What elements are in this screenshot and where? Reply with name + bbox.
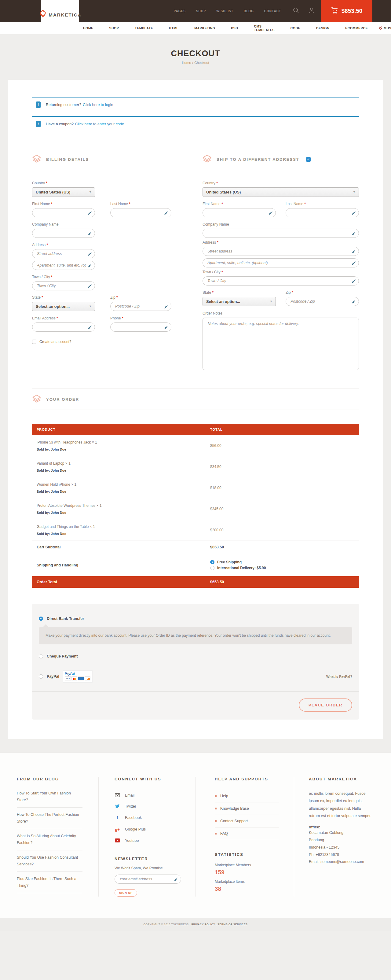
help-link[interactable]: Help — [215, 790, 279, 802]
billing-state-select[interactable]: Select an option... ▼ — [32, 302, 95, 311]
address-line: Kecamatan Coblong — [309, 829, 373, 837]
social-email-link[interactable]: Email — [114, 790, 186, 801]
subnav-shop[interactable]: SHOP — [102, 26, 127, 30]
privacy-policy-link[interactable]: PRIVACY POLICY . — [191, 923, 217, 926]
product-name[interactable]: Variant of Laptop × 1 — [37, 461, 210, 466]
top-nav-wishlist[interactable]: WISHLIST — [216, 10, 234, 13]
cart-button[interactable]: $653.50 — [321, 0, 372, 22]
product-total: $200.00 — [210, 528, 354, 532]
page-header: CHECKOUT Home › Checkout — [0, 34, 391, 80]
intl-delivery-option[interactable]: International Delivery: $5.90 — [210, 566, 354, 570]
order-row: iPhone 5s with Headphones Jack × 1 Sold … — [32, 435, 359, 456]
radio-selected-icon[interactable] — [39, 617, 43, 621]
newsletter-title: NEWSLETTER — [114, 856, 186, 861]
billing-town-input[interactable] — [32, 282, 95, 290]
shipping-zip-input[interactable] — [286, 297, 359, 305]
pen-icon — [87, 264, 92, 269]
billing-last-name-input[interactable] — [111, 208, 171, 217]
help-link[interactable]: Contact Support — [215, 815, 279, 827]
search-icon[interactable] — [292, 7, 299, 15]
place-order-button[interactable]: PLACE ORDER — [299, 698, 352, 712]
billing-section: BILLING DETAILS Country United States (U… — [32, 150, 172, 371]
shipping-street-input[interactable] — [203, 247, 359, 256]
newsletter-email-input[interactable] — [115, 875, 181, 883]
order-table-header: PRODUCT TOTAL — [32, 424, 359, 435]
subnav-psd[interactable]: PSD — [223, 26, 246, 30]
order-notes-textarea[interactable] — [202, 318, 359, 370]
social-facebook-link[interactable]: f Facebook — [114, 812, 186, 824]
address-line: Bandung. — [309, 837, 373, 844]
shipping-state-select[interactable]: Select an option... ▼ — [202, 297, 276, 306]
brand-logo[interactable]: MARKETICA — [41, 0, 79, 29]
shipping-apartment-input[interactable] — [203, 259, 359, 267]
billing-street-input[interactable] — [32, 250, 95, 258]
user-icon[interactable] — [308, 7, 315, 15]
bank-transfer-option[interactable]: Direct Bank Transfer — [39, 615, 352, 623]
top-nav-shop[interactable]: SHOP — [196, 10, 206, 13]
top-nav-contact[interactable]: CONTACT — [264, 10, 281, 13]
billing-company-input[interactable] — [32, 229, 95, 237]
product-name[interactable]: Gadget and Things on the Table × 1 — [37, 525, 210, 529]
ship-different-checkbox[interactable]: ✓ — [306, 157, 311, 162]
subnav-html[interactable]: HTML — [161, 26, 186, 30]
paypal-option[interactable]: PayPal PayPal VISA What is PayPal? — [39, 668, 352, 692]
product-name[interactable]: Women Hold iPhone × 1 — [37, 482, 210, 487]
product-name[interactable]: iPhone 5s with Headphones Jack × 1 — [37, 440, 210, 444]
blog-link[interactable]: What Is So Alluring About Celebrity Fash… — [17, 829, 83, 850]
blog-link[interactable]: Should You Use Fashion Consultant Servic… — [17, 850, 83, 872]
coupon-link[interactable]: Click here to enter your code — [75, 122, 124, 126]
social-twitter-link[interactable]: Twitter — [114, 801, 186, 812]
login-link[interactable]: Click here to login — [83, 103, 113, 107]
billing-email-input[interactable] — [32, 323, 95, 331]
product-seller: Sold by: John Doe — [37, 532, 210, 536]
social-googleplus-link[interactable]: g+ Google Plus — [114, 824, 186, 835]
billing-zip-field — [110, 302, 172, 311]
help-link[interactable]: Knowladge Base — [215, 802, 279, 815]
cheque-payment-option[interactable]: Cheque Payment — [39, 652, 352, 660]
radio-icon[interactable] — [39, 675, 43, 679]
product-name[interactable]: Proton Absolute Wordpress Themes × 1 — [37, 503, 210, 508]
social-youtube-link[interactable]: Youtube — [114, 835, 186, 846]
help-link[interactable]: FAQ — [215, 827, 279, 840]
top-nav-pages[interactable]: PAGES — [174, 10, 186, 13]
create-account-checkbox[interactable] — [32, 340, 37, 344]
radio-icon[interactable] — [210, 566, 215, 570]
pen-icon — [87, 252, 92, 258]
billing-first-name-input[interactable] — [32, 208, 95, 217]
billing-zip-input[interactable] — [111, 302, 171, 310]
subnav-cms-templates[interactable]: CMS TEMPLATES — [246, 24, 282, 32]
select-arrow-icon: ▼ — [89, 305, 92, 308]
billing-last-name-field — [110, 208, 172, 217]
shipping-last-name-input[interactable] — [286, 208, 359, 217]
billing-phone-input[interactable] — [111, 323, 171, 331]
subnav-design[interactable]: DESIGN — [308, 26, 337, 30]
terms-link[interactable]: TERMS OF SERVICES — [218, 923, 248, 926]
what-is-paypal-link[interactable]: What is PayPal? — [326, 675, 352, 678]
address-line: Email. someone@someone.com — [309, 858, 373, 865]
free-shipping-option[interactable]: Free Shipping — [210, 560, 354, 564]
breadcrumb-home[interactable]: Home — [182, 61, 191, 65]
returning-customer-notice: i Returning customer? Click here to logi… — [32, 97, 359, 116]
subnav-template[interactable]: TEMPLATE — [127, 26, 161, 30]
radio-selected-icon[interactable] — [210, 560, 215, 564]
subnav-marketing[interactable]: MARKETING — [186, 26, 223, 30]
chevron-down-icon[interactable] — [378, 25, 383, 31]
subnav-code[interactable]: CODE — [283, 26, 308, 30]
signup-button[interactable]: SIGN UP — [114, 889, 137, 897]
breadcrumb-current: Checkout — [194, 61, 209, 65]
subnav-home[interactable]: HOME — [83, 26, 102, 30]
billing-apartment-input[interactable] — [32, 261, 95, 270]
blog-link[interactable]: How To Choose The Perfect Fashion Store? — [17, 808, 83, 829]
blog-link[interactable]: Plus Size Fashion: Is There Such a Thing… — [17, 872, 83, 893]
shipping-country-select[interactable]: United States (US) ▼ — [202, 188, 359, 197]
shipping-company-input[interactable] — [203, 229, 359, 237]
billing-email-label: Email Address — [32, 316, 95, 320]
shipping-town-input[interactable] — [203, 277, 359, 285]
top-nav-blog[interactable]: BLOG — [244, 10, 254, 13]
pen-icon — [164, 304, 168, 310]
radio-icon[interactable] — [39, 654, 43, 659]
blog-link[interactable]: How To Start Your Own Fashion Store? — [17, 790, 83, 808]
shipping-first-name-input[interactable] — [203, 208, 275, 217]
billing-country-select[interactable]: United States (US) ▼ — [32, 188, 95, 197]
subnav-ecommerce[interactable]: ECOMMERCE — [337, 26, 376, 30]
